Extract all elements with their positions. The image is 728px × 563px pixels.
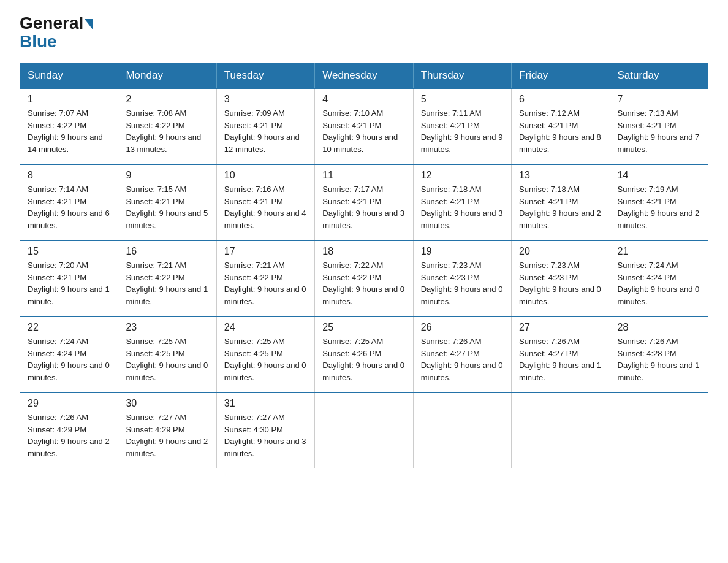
calendar-day-cell: 6Sunrise: 7:12 AMSunset: 4:21 PMDaylight…	[512, 88, 610, 164]
day-info: Sunrise: 7:26 AMSunset: 4:27 PMDaylight:…	[519, 335, 602, 383]
day-info: Sunrise: 7:16 AMSunset: 4:21 PMDaylight:…	[224, 183, 307, 231]
day-info: Sunrise: 7:12 AMSunset: 4:21 PMDaylight:…	[519, 107, 602, 155]
day-number: 3	[224, 94, 307, 105]
calendar-header-row: SundayMondayTuesdayWednesdayThursdayFrid…	[20, 63, 708, 89]
calendar-day-cell	[315, 393, 413, 468]
day-info: Sunrise: 7:26 AMSunset: 4:29 PMDaylight:…	[28, 412, 110, 459]
day-info: Sunrise: 7:09 AMSunset: 4:21 PMDaylight:…	[224, 107, 307, 155]
day-number: 11	[322, 170, 405, 181]
calendar-header-friday: Friday	[512, 63, 610, 89]
calendar-day-cell: 13Sunrise: 7:18 AMSunset: 4:21 PMDayligh…	[512, 164, 610, 240]
day-info: Sunrise: 7:20 AMSunset: 4:21 PMDaylight:…	[28, 259, 110, 307]
calendar-day-cell: 5Sunrise: 7:11 AMSunset: 4:21 PMDaylight…	[413, 88, 511, 164]
calendar-day-cell: 16Sunrise: 7:21 AMSunset: 4:22 PMDayligh…	[118, 240, 216, 316]
calendar-day-cell	[512, 393, 610, 468]
calendar-day-cell: 4Sunrise: 7:10 AMSunset: 4:21 PMDaylight…	[315, 88, 413, 164]
logo: General Blue	[20, 15, 93, 52]
calendar-day-cell: 17Sunrise: 7:21 AMSunset: 4:22 PMDayligh…	[216, 240, 314, 316]
day-info: Sunrise: 7:22 AMSunset: 4:22 PMDaylight:…	[322, 259, 405, 307]
day-info: Sunrise: 7:19 AMSunset: 4:21 PMDaylight:…	[618, 183, 700, 231]
day-info: Sunrise: 7:07 AMSunset: 4:22 PMDaylight:…	[28, 107, 110, 155]
calendar-header-wednesday: Wednesday	[315, 63, 413, 89]
day-number: 10	[224, 170, 307, 181]
calendar-week-row: 15Sunrise: 7:20 AMSunset: 4:21 PMDayligh…	[20, 240, 708, 316]
day-number: 8	[28, 170, 110, 181]
day-info: Sunrise: 7:23 AMSunset: 4:23 PMDaylight:…	[519, 259, 602, 307]
day-number: 9	[126, 170, 208, 181]
calendar-day-cell: 3Sunrise: 7:09 AMSunset: 4:21 PMDaylight…	[216, 88, 314, 164]
day-info: Sunrise: 7:18 AMSunset: 4:21 PMDaylight:…	[519, 183, 602, 231]
calendar-day-cell: 20Sunrise: 7:23 AMSunset: 4:23 PMDayligh…	[512, 240, 610, 316]
calendar-day-cell: 30Sunrise: 7:27 AMSunset: 4:29 PMDayligh…	[118, 393, 216, 468]
day-info: Sunrise: 7:13 AMSunset: 4:21 PMDaylight:…	[618, 107, 700, 155]
day-number: 15	[28, 246, 110, 257]
calendar-day-cell: 11Sunrise: 7:17 AMSunset: 4:21 PMDayligh…	[315, 164, 413, 240]
page-header: General Blue	[20, 15, 708, 52]
calendar-day-cell: 23Sunrise: 7:25 AMSunset: 4:25 PMDayligh…	[118, 316, 216, 393]
calendar-day-cell: 26Sunrise: 7:26 AMSunset: 4:27 PMDayligh…	[413, 316, 511, 393]
logo-arrow-icon	[85, 19, 93, 30]
day-number: 27	[519, 322, 602, 333]
calendar-header-tuesday: Tuesday	[216, 63, 314, 89]
day-number: 22	[28, 322, 110, 333]
calendar-day-cell: 9Sunrise: 7:15 AMSunset: 4:21 PMDaylight…	[118, 164, 216, 240]
day-number: 1	[28, 94, 110, 105]
calendar-header-sunday: Sunday	[20, 63, 118, 89]
day-info: Sunrise: 7:26 AMSunset: 4:27 PMDaylight:…	[421, 335, 504, 383]
calendar-day-cell: 28Sunrise: 7:26 AMSunset: 4:28 PMDayligh…	[610, 316, 708, 393]
day-info: Sunrise: 7:26 AMSunset: 4:28 PMDaylight:…	[618, 335, 700, 383]
calendar-header-thursday: Thursday	[413, 63, 511, 89]
calendar-day-cell: 19Sunrise: 7:23 AMSunset: 4:23 PMDayligh…	[413, 240, 511, 316]
calendar-day-cell	[610, 393, 708, 468]
calendar-day-cell: 7Sunrise: 7:13 AMSunset: 4:21 PMDaylight…	[610, 88, 708, 164]
day-number: 18	[322, 246, 405, 257]
day-info: Sunrise: 7:10 AMSunset: 4:21 PMDaylight:…	[322, 107, 405, 155]
day-info: Sunrise: 7:24 AMSunset: 4:24 PMDaylight:…	[28, 335, 110, 383]
calendar-day-cell: 24Sunrise: 7:25 AMSunset: 4:25 PMDayligh…	[216, 316, 314, 393]
calendar-week-row: 8Sunrise: 7:14 AMSunset: 4:21 PMDaylight…	[20, 164, 708, 240]
day-number: 26	[421, 322, 504, 333]
calendar-day-cell: 29Sunrise: 7:26 AMSunset: 4:29 PMDayligh…	[20, 393, 118, 468]
day-number: 16	[126, 246, 208, 257]
calendar-week-row: 22Sunrise: 7:24 AMSunset: 4:24 PMDayligh…	[20, 316, 708, 393]
calendar-day-cell: 8Sunrise: 7:14 AMSunset: 4:21 PMDaylight…	[20, 164, 118, 240]
calendar-day-cell: 21Sunrise: 7:24 AMSunset: 4:24 PMDayligh…	[610, 240, 708, 316]
day-number: 7	[618, 94, 700, 105]
day-number: 31	[224, 398, 307, 409]
day-info: Sunrise: 7:14 AMSunset: 4:21 PMDaylight:…	[28, 183, 110, 231]
day-number: 14	[618, 170, 700, 181]
day-info: Sunrise: 7:24 AMSunset: 4:24 PMDaylight:…	[618, 259, 700, 307]
calendar-day-cell: 15Sunrise: 7:20 AMSunset: 4:21 PMDayligh…	[20, 240, 118, 316]
day-info: Sunrise: 7:17 AMSunset: 4:21 PMDaylight:…	[322, 183, 405, 231]
day-number: 30	[126, 398, 208, 409]
day-number: 20	[519, 246, 602, 257]
day-info: Sunrise: 7:21 AMSunset: 4:22 PMDaylight:…	[224, 259, 307, 307]
day-info: Sunrise: 7:27 AMSunset: 4:29 PMDaylight:…	[126, 412, 208, 459]
day-number: 2	[126, 94, 208, 105]
day-number: 25	[322, 322, 405, 333]
day-number: 5	[421, 94, 504, 105]
day-number: 28	[618, 322, 700, 333]
day-number: 24	[224, 322, 307, 333]
calendar-week-row: 29Sunrise: 7:26 AMSunset: 4:29 PMDayligh…	[20, 393, 708, 468]
calendar-day-cell: 18Sunrise: 7:22 AMSunset: 4:22 PMDayligh…	[315, 240, 413, 316]
calendar-day-cell: 25Sunrise: 7:25 AMSunset: 4:26 PMDayligh…	[315, 316, 413, 393]
day-number: 21	[618, 246, 700, 257]
calendar-day-cell: 14Sunrise: 7:19 AMSunset: 4:21 PMDayligh…	[610, 164, 708, 240]
calendar-day-cell: 22Sunrise: 7:24 AMSunset: 4:24 PMDayligh…	[20, 316, 118, 393]
day-info: Sunrise: 7:27 AMSunset: 4:30 PMDaylight:…	[224, 412, 307, 459]
calendar-header-saturday: Saturday	[610, 63, 708, 89]
calendar-table: SundayMondayTuesdayWednesdayThursdayFrid…	[20, 63, 708, 468]
calendar-day-cell: 10Sunrise: 7:16 AMSunset: 4:21 PMDayligh…	[216, 164, 314, 240]
day-number: 17	[224, 246, 307, 257]
day-info: Sunrise: 7:23 AMSunset: 4:23 PMDaylight:…	[421, 259, 504, 307]
day-number: 19	[421, 246, 504, 257]
day-number: 6	[519, 94, 602, 105]
day-info: Sunrise: 7:21 AMSunset: 4:22 PMDaylight:…	[126, 259, 208, 307]
calendar-day-cell: 12Sunrise: 7:18 AMSunset: 4:21 PMDayligh…	[413, 164, 511, 240]
day-number: 13	[519, 170, 602, 181]
day-info: Sunrise: 7:11 AMSunset: 4:21 PMDaylight:…	[421, 107, 504, 155]
day-info: Sunrise: 7:25 AMSunset: 4:26 PMDaylight:…	[322, 335, 405, 383]
calendar-week-row: 1Sunrise: 7:07 AMSunset: 4:22 PMDaylight…	[20, 88, 708, 164]
day-number: 29	[28, 398, 110, 409]
